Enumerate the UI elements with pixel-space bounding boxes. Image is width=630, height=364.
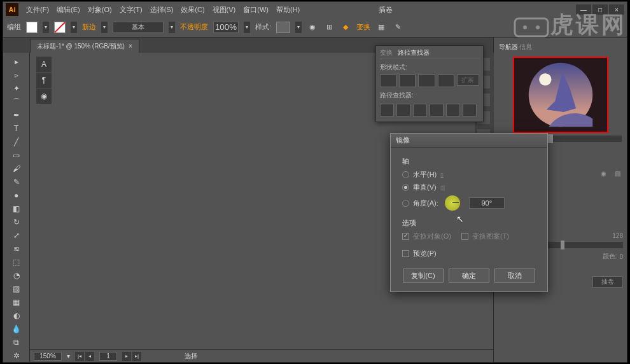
width-tool[interactable]: ≋ — [10, 242, 23, 255]
fill-dropdown[interactable]: ▾ — [43, 22, 49, 33]
mesh-tool[interactable]: ▦ — [10, 296, 23, 309]
first-artboard[interactable]: |◂ — [75, 352, 84, 361]
stroke-swatch[interactable] — [54, 22, 66, 33]
char-panel-icon[interactable]: A — [36, 57, 52, 72]
minus-front-button[interactable] — [399, 74, 416, 87]
angle-input[interactable] — [469, 197, 505, 209]
checkbox-transform-objects[interactable] — [402, 233, 409, 240]
color-lib-icon[interactable]: ▤ — [612, 167, 623, 179]
lasso-tool[interactable]: ⌒ — [10, 95, 23, 108]
isolate-icon[interactable]: ▦ — [375, 22, 387, 33]
copy-button[interactable]: 复制(C) — [403, 269, 444, 283]
stroke-dropdown[interactable]: ▾ — [71, 22, 77, 33]
prev-artboard[interactable]: ◂ — [85, 352, 94, 361]
menu-select[interactable]: 选择(S) — [148, 4, 176, 16]
selection-tool[interactable]: ▸ — [10, 55, 23, 68]
symbol-sprayer-tool[interactable]: ✲ — [10, 349, 23, 362]
menu-window[interactable]: 窗口(W) — [241, 4, 271, 16]
eyedropper-tool[interactable]: 💧 — [10, 323, 23, 335]
angle-dial[interactable] — [445, 195, 460, 211]
window-minimize[interactable]: — — [576, 4, 591, 15]
stroke-weight-dropdown[interactable]: ▾ — [101, 22, 108, 33]
window-close[interactable]: × — [609, 4, 624, 15]
shape-builder-tool[interactable]: ◔ — [10, 269, 23, 282]
cancel-button[interactable]: 取消 — [494, 269, 535, 283]
stroke-profile[interactable]: 基本 — [113, 22, 164, 33]
radio-angle[interactable] — [402, 200, 409, 207]
menu-type[interactable]: 文字(T) — [117, 4, 145, 16]
menu-object[interactable]: 对象(O) — [85, 4, 115, 16]
glyph-panel-icon[interactable]: ◉ — [36, 88, 52, 104]
rotate-tool[interactable]: ↻ — [10, 216, 23, 228]
zoom-dropdown[interactable]: ▾ — [67, 353, 70, 360]
tab-close-icon[interactable]: × — [129, 43, 132, 50]
type-tool[interactable]: T — [10, 122, 23, 135]
paragraph-panel-icon[interactable]: ¶ — [36, 73, 52, 88]
blob-brush-tool[interactable]: ● — [10, 189, 23, 202]
edit-icon[interactable]: ✎ — [392, 22, 403, 33]
radio-horizontal[interactable] — [402, 171, 409, 178]
next-artboard[interactable]: ▸ — [122, 352, 131, 361]
dialog-title[interactable]: 镜像 — [391, 134, 547, 148]
layout-preset[interactable]: 插卷 — [379, 5, 393, 15]
unite-button[interactable] — [380, 74, 396, 87]
style-swatch[interactable] — [276, 22, 290, 33]
color-mode-icon[interactable]: ◉ — [598, 167, 609, 179]
exclude-button[interactable] — [438, 74, 454, 87]
merge-button[interactable] — [413, 104, 427, 116]
last-artboard[interactable]: ▸| — [132, 352, 141, 361]
minus-back-button[interactable] — [463, 104, 477, 116]
tab-transform[interactable]: 变换 — [380, 48, 393, 57]
line-tool[interactable]: ╱ — [10, 136, 23, 148]
opacity-input[interactable] — [213, 22, 239, 33]
checkbox-preview[interactable] — [402, 250, 409, 257]
stroke-profile-dropdown[interactable]: ▾ — [169, 22, 175, 33]
shape-icon[interactable]: ◆ — [340, 22, 351, 33]
rectangle-tool[interactable]: ▭ — [10, 149, 23, 162]
divide-button[interactable] — [380, 104, 394, 116]
document-tab[interactable]: 未标题-1* @ 150% (RGB/预览) × — [30, 39, 139, 53]
direct-selection-tool[interactable]: ▹ — [10, 69, 23, 81]
artboard-input[interactable] — [99, 352, 117, 361]
menu-help[interactable]: 帮助(H) — [274, 4, 302, 16]
gradient-tool[interactable]: ◐ — [10, 309, 23, 322]
paintbrush-tool[interactable]: 🖌 — [10, 162, 23, 175]
tab-navigator[interactable]: 导航器 — [499, 43, 518, 52]
radio-vertical[interactable] — [402, 184, 409, 191]
opacity-dropdown[interactable]: ▾ — [244, 22, 250, 33]
tab-info[interactable]: 信息 — [519, 43, 532, 52]
recolor-icon[interactable]: ◉ — [307, 22, 318, 33]
outline-button[interactable] — [446, 104, 460, 116]
style-dropdown[interactable]: ▾ — [295, 22, 302, 33]
scale-tool[interactable]: ⤢ — [10, 229, 23, 242]
menu-view[interactable]: 视图(V) — [210, 4, 239, 16]
blend-tool[interactable]: ⧉ — [10, 336, 23, 349]
navigator-preview[interactable] — [513, 57, 608, 133]
draw-button[interactable]: 插卷 — [592, 276, 623, 288]
crop-button[interactable] — [430, 104, 444, 116]
stroke-label[interactable]: 新边 — [82, 22, 96, 32]
magic-wand-tool[interactable]: ✦ — [10, 82, 23, 95]
fill-swatch[interactable] — [26, 22, 38, 33]
eraser-tool[interactable]: ◧ — [10, 202, 23, 215]
intersect-button[interactable] — [418, 74, 435, 87]
expand-button[interactable]: 扩展 — [457, 74, 479, 86]
ok-button[interactable]: 确定 — [449, 269, 489, 283]
menu-file[interactable]: 文件(F) — [24, 4, 52, 16]
menu-effect[interactable]: 效果(C) — [178, 4, 207, 16]
align-icon[interactable]: ⊞ — [323, 22, 335, 33]
window-maximize[interactable]: □ — [592, 4, 608, 15]
pencil-tool[interactable]: ✎ — [10, 176, 23, 188]
perspective-tool[interactable]: ▨ — [10, 283, 23, 295]
preview-label: 预览(P) — [413, 249, 437, 258]
opacity-label[interactable]: 不透明度 — [180, 22, 208, 32]
free-transform-tool[interactable]: ⬚ — [10, 256, 23, 269]
pen-tool[interactable]: ✒ — [10, 109, 23, 122]
menu-edit[interactable]: 编辑(E) — [54, 4, 83, 16]
trim-button[interactable] — [396, 104, 410, 116]
checkbox-transform-patterns[interactable] — [461, 233, 468, 240]
transform-label[interactable]: 变换 — [356, 22, 370, 32]
tab-pathfinder[interactable]: 路径查找器 — [398, 48, 430, 57]
pathfinder-panel[interactable]: 变换 路径查找器 形状模式: 扩展 路径查找器: — [375, 45, 484, 122]
zoom-input[interactable] — [34, 352, 62, 361]
